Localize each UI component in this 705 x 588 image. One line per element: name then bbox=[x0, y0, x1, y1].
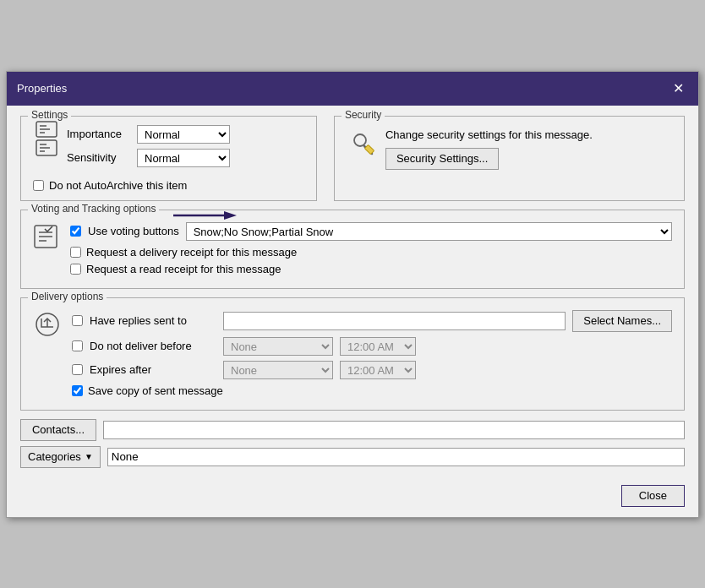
importance-row: Importance Normal Low High bbox=[67, 125, 230, 144]
voting-icon bbox=[33, 222, 63, 249]
security-section-label: Security bbox=[342, 109, 385, 121]
security-icon bbox=[347, 128, 377, 159]
contacts-button[interactable]: Contacts... bbox=[20, 419, 96, 441]
sensitivity-label: Sensitivity bbox=[67, 151, 130, 164]
autoarchive-row: Do not AutoArchive this item bbox=[33, 179, 304, 192]
delivery-content: Have replies sent to Select Names... Do … bbox=[72, 310, 672, 401]
settings-fields: Importance Normal Low High Sensitivity N… bbox=[67, 125, 230, 172]
title-bar-close-button[interactable]: ✕ bbox=[668, 79, 688, 99]
do-not-deliver-label: Do not deliver before bbox=[90, 340, 216, 352]
dialog-footer: Close bbox=[7, 478, 698, 517]
voting-rows: Use voting buttons Snow;No Snow;Partial … bbox=[70, 222, 672, 280]
do-not-deliver-time-select[interactable]: 12:00 AM bbox=[340, 337, 416, 356]
security-text: Change security settings for this messag… bbox=[385, 128, 593, 141]
security-section: Security Change security settings for th… bbox=[334, 116, 685, 201]
svg-rect-10 bbox=[364, 144, 374, 154]
save-copy-label: Save copy of sent message bbox=[88, 384, 223, 397]
delivery-section: Delivery options Have replies sent to bbox=[20, 297, 685, 411]
arrow-indicator bbox=[169, 207, 237, 226]
categories-button-label: Categories bbox=[28, 450, 81, 463]
do-not-deliver-row: Do not deliver before None 12:00 AM bbox=[72, 337, 672, 356]
security-settings-button[interactable]: Security Settings... bbox=[385, 148, 499, 170]
categories-button[interactable]: Categories ▼ bbox=[20, 446, 101, 468]
voting-section-label: Voting and Tracking options bbox=[28, 203, 159, 215]
importance-label: Importance bbox=[67, 128, 130, 140]
delivery-receipt-row: Request a delivery receipt for this mess… bbox=[70, 246, 672, 259]
svg-marker-12 bbox=[224, 211, 237, 220]
settings-section-label: Settings bbox=[28, 109, 71, 121]
have-replies-checkbox[interactable] bbox=[72, 315, 83, 326]
delivery-receipt-label: Request a delivery receipt for this mess… bbox=[86, 246, 297, 259]
expires-after-row: Expires after None 12:00 AM bbox=[72, 361, 672, 379]
save-copy-row: Save copy of sent message bbox=[72, 384, 672, 397]
use-voting-label: Use voting buttons bbox=[88, 225, 179, 237]
dialog-body: Settings bbox=[7, 106, 698, 478]
categories-chevron-icon: ▼ bbox=[85, 452, 93, 461]
sensitivity-dropdown[interactable]: Normal Personal Private Confidential bbox=[137, 149, 230, 167]
delivery-receipt-checkbox[interactable] bbox=[70, 247, 81, 258]
close-button[interactable]: Close bbox=[621, 485, 685, 507]
expires-after-checkbox[interactable] bbox=[72, 364, 83, 375]
have-replies-label: Have replies sent to bbox=[90, 314, 216, 327]
voting-section: Voting and Tracking options bbox=[20, 210, 685, 289]
title-bar: Properties ✕ bbox=[7, 72, 698, 106]
do-not-deliver-checkbox[interactable] bbox=[72, 340, 83, 351]
have-replies-row: Have replies sent to Select Names... bbox=[72, 310, 672, 332]
categories-row: Categories ▼ bbox=[20, 446, 685, 468]
read-receipt-label: Request a read receipt for this message bbox=[86, 263, 281, 275]
expires-after-date-select[interactable]: None bbox=[223, 361, 333, 379]
categories-input[interactable] bbox=[107, 448, 685, 466]
save-copy-checkbox[interactable] bbox=[72, 385, 83, 396]
autoarchive-label: Do not AutoArchive this item bbox=[49, 179, 187, 192]
dialog-title: Properties bbox=[17, 82, 67, 95]
do-not-deliver-date-select[interactable]: None bbox=[223, 337, 333, 356]
delivery-icon bbox=[33, 310, 63, 341]
contacts-row: Contacts... bbox=[20, 419, 685, 441]
settings-icon bbox=[33, 125, 60, 152]
settings-section: Settings bbox=[20, 116, 317, 201]
expires-after-label: Expires after bbox=[90, 363, 216, 376]
security-content: Change security settings for this messag… bbox=[385, 128, 593, 170]
expires-after-time-select[interactable]: 12:00 AM bbox=[340, 361, 416, 379]
use-voting-row: Use voting buttons Snow;No Snow;Partial … bbox=[70, 222, 672, 241]
properties-dialog: Properties ✕ Settings bbox=[6, 71, 699, 518]
autoarchive-checkbox[interactable] bbox=[33, 180, 44, 191]
have-replies-input[interactable] bbox=[223, 312, 566, 330]
svg-point-8 bbox=[354, 134, 366, 146]
contacts-input[interactable] bbox=[103, 421, 685, 439]
delivery-section-label: Delivery options bbox=[28, 291, 107, 302]
read-receipt-checkbox[interactable] bbox=[70, 264, 81, 275]
sensitivity-row: Sensitivity Normal Personal Private Conf… bbox=[67, 149, 230, 167]
read-receipt-row: Request a read receipt for this message bbox=[70, 263, 672, 275]
voting-buttons-dropdown[interactable]: Snow;No Snow;Partial Snow Approve;Reject… bbox=[186, 222, 672, 241]
use-voting-checkbox[interactable] bbox=[70, 226, 81, 237]
top-section-group: Settings bbox=[20, 116, 685, 201]
select-names-button[interactable]: Select Names... bbox=[572, 310, 672, 332]
importance-dropdown[interactable]: Normal Low High bbox=[137, 125, 230, 144]
